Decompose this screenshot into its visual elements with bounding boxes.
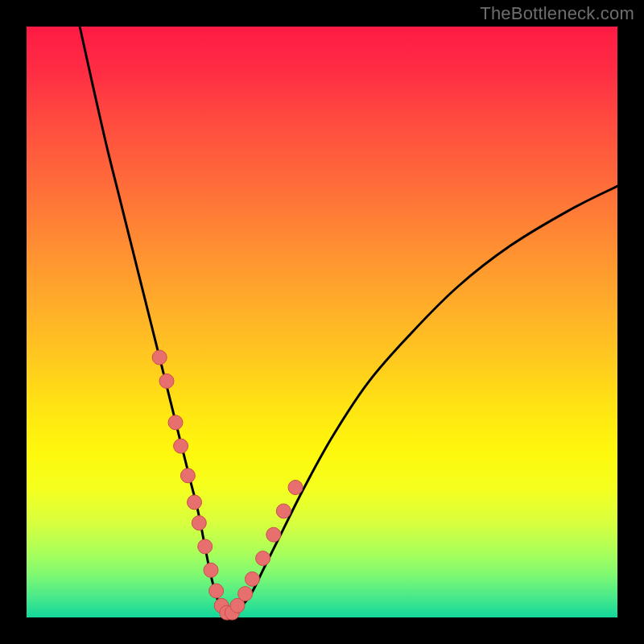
curve-marker — [288, 481, 303, 495]
curve-marker — [245, 572, 259, 586]
plot-area — [27, 27, 617, 617]
curve-marker — [159, 374, 174, 388]
curve-marker — [152, 350, 167, 365]
curve-svg — [27, 27, 617, 617]
curve-marker — [198, 539, 213, 554]
curve-marker — [188, 495, 202, 510]
curve-marker — [180, 469, 195, 483]
curve-marker — [192, 516, 206, 530]
chart-stage: TheBottleneck.com — [0, 0, 644, 644]
curve-marker — [174, 439, 188, 453]
watermark-text: TheBottleneck.com — [480, 3, 634, 24]
curve-markers — [152, 350, 303, 620]
bottleneck-curve — [80, 27, 617, 614]
curve-marker — [238, 587, 253, 601]
curve-marker — [276, 504, 291, 518]
curve-marker — [266, 527, 281, 542]
curve-marker — [209, 584, 224, 598]
curve-marker — [168, 415, 183, 430]
curve-marker — [256, 551, 270, 566]
curve-marker — [204, 563, 218, 577]
